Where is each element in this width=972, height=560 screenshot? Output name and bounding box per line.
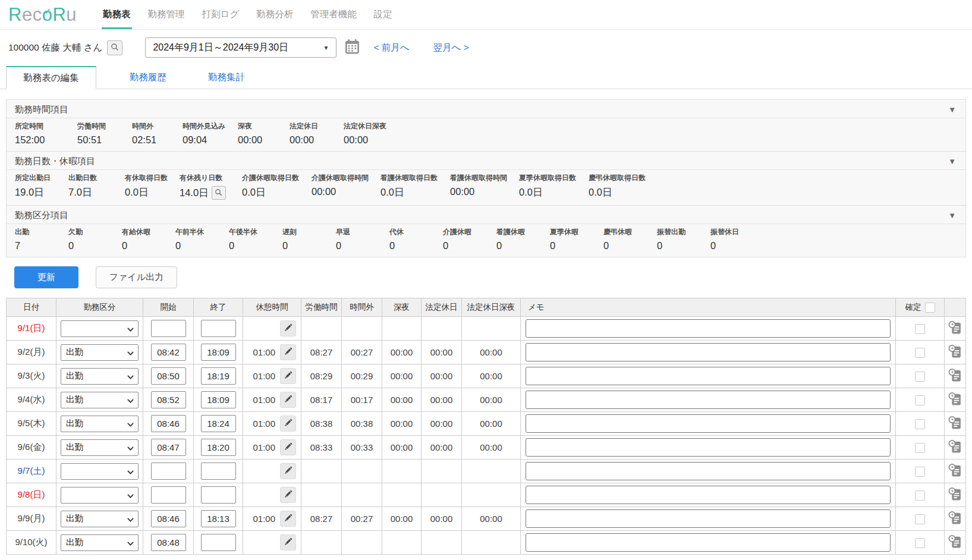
break-edit-button[interactable] bbox=[280, 487, 296, 503]
end-time-input[interactable] bbox=[201, 463, 236, 480]
nav-item-打刻ログ[interactable]: 打刻ログ bbox=[202, 0, 240, 29]
memo-input[interactable] bbox=[526, 533, 891, 552]
nav-item-勤務分析[interactable]: 勤務分析 bbox=[256, 0, 293, 29]
start-time-input[interactable] bbox=[151, 439, 186, 456]
tab-勤務表の編集[interactable]: 勤務表の編集 bbox=[6, 66, 96, 89]
update-button[interactable]: 更新 bbox=[14, 266, 78, 288]
file-export-button[interactable]: ファイル出力 bbox=[96, 266, 177, 288]
remaining-leave-search-button[interactable] bbox=[212, 186, 226, 200]
time-record-button[interactable] bbox=[948, 416, 962, 432]
memo-input[interactable] bbox=[526, 414, 891, 433]
start-time-input[interactable] bbox=[151, 510, 186, 527]
collapse-button[interactable]: ▼ bbox=[948, 105, 956, 114]
memo-input[interactable] bbox=[526, 391, 891, 409]
break-edit-button[interactable] bbox=[280, 463, 296, 479]
confirm-checkbox[interactable] bbox=[915, 490, 925, 501]
start-time-input[interactable] bbox=[151, 415, 186, 432]
memo-input[interactable] bbox=[526, 343, 891, 361]
work-category-select[interactable]: 出勤 bbox=[61, 534, 139, 551]
summary-item: 時間外02:51 bbox=[132, 121, 183, 146]
break-edit-button[interactable] bbox=[280, 392, 296, 408]
end-time-input[interactable] bbox=[201, 534, 236, 551]
nav-item-管理者機能[interactable]: 管理者機能 bbox=[310, 0, 357, 29]
end-time-input[interactable] bbox=[201, 367, 236, 385]
nav-item-勤務管理[interactable]: 勤務管理 bbox=[148, 0, 185, 29]
memo-input[interactable] bbox=[526, 486, 891, 504]
memo-input[interactable] bbox=[526, 462, 891, 480]
work-category-select[interactable] bbox=[61, 320, 139, 337]
time-record-button[interactable] bbox=[948, 487, 962, 504]
confirm-checkbox[interactable] bbox=[915, 538, 925, 548]
end-time-input[interactable] bbox=[201, 439, 236, 456]
confirm-checkbox[interactable] bbox=[915, 372, 925, 382]
start-time-input[interactable] bbox=[151, 367, 186, 385]
start-time-input[interactable] bbox=[151, 463, 186, 480]
confirm-checkbox[interactable] bbox=[915, 348, 925, 358]
confirm-checkbox[interactable] bbox=[915, 467, 925, 477]
summary-section-header: 勤務区分項目▼ bbox=[7, 206, 965, 224]
timesheet-row: 9/10(火)出勤 bbox=[7, 531, 966, 555]
work-category-select[interactable] bbox=[61, 463, 139, 480]
break-edit-button[interactable] bbox=[280, 511, 296, 527]
start-time-input[interactable] bbox=[151, 320, 186, 337]
work-category-select[interactable]: 出勤 bbox=[61, 344, 139, 361]
work-category-select[interactable] bbox=[61, 487, 139, 504]
nav-item-勤務表[interactable]: 勤務表 bbox=[103, 0, 131, 29]
prev-month-link[interactable]: < 前月へ bbox=[373, 42, 409, 54]
work-category-select[interactable]: 出勤 bbox=[61, 368, 139, 385]
time-record-button[interactable] bbox=[948, 320, 962, 337]
confirm-checkbox[interactable] bbox=[915, 395, 925, 405]
time-record-button[interactable] bbox=[948, 392, 962, 408]
collapse-button[interactable]: ▼ bbox=[948, 211, 956, 220]
confirm-checkbox[interactable] bbox=[915, 514, 925, 524]
summary-section-title: 勤務時間項目 bbox=[15, 104, 948, 115]
work-category-select[interactable]: 出勤 bbox=[61, 392, 139, 408]
break-edit-button[interactable] bbox=[280, 534, 296, 550]
confirm-checkbox[interactable] bbox=[915, 419, 925, 429]
start-time-input[interactable] bbox=[151, 391, 186, 408]
time-record-button[interactable] bbox=[948, 368, 962, 385]
end-time-input[interactable] bbox=[201, 486, 236, 504]
memo-input[interactable] bbox=[526, 319, 891, 338]
confirm-checkbox[interactable] bbox=[915, 443, 925, 453]
calendar-button[interactable] bbox=[344, 39, 360, 56]
memo-input[interactable] bbox=[526, 367, 891, 385]
summary-item-label: 所定出勤日 bbox=[15, 173, 65, 183]
end-time-input[interactable] bbox=[201, 344, 236, 361]
start-time-input[interactable] bbox=[151, 486, 186, 504]
time-record-button[interactable] bbox=[948, 511, 962, 527]
tab-勤務集計[interactable]: 勤務集計 bbox=[200, 66, 253, 89]
summary-item-value: 09:04 bbox=[183, 134, 207, 146]
pencil-icon bbox=[284, 514, 292, 524]
user-search-button[interactable] bbox=[107, 40, 122, 55]
next-month-link[interactable]: 翌月へ > bbox=[433, 42, 469, 54]
start-time-input[interactable] bbox=[151, 534, 186, 551]
memo-input[interactable] bbox=[526, 509, 891, 528]
work-category-select[interactable]: 出勤 bbox=[61, 439, 139, 456]
work-category-select[interactable]: 出勤 bbox=[61, 511, 139, 527]
period-select[interactable]: 2024年9月1日～2024年9月30日 ▼ bbox=[145, 37, 336, 58]
timesheet-row: 9/4(水)出勤01:0008:1700:1700:0000:0000:00 bbox=[7, 388, 966, 412]
time-record-button[interactable] bbox=[948, 463, 962, 480]
time-record-button[interactable] bbox=[948, 534, 962, 551]
collapse-button[interactable]: ▼ bbox=[948, 157, 956, 166]
break-edit-button[interactable] bbox=[280, 439, 296, 455]
confirm-checkbox[interactable] bbox=[915, 324, 925, 334]
start-time-input[interactable] bbox=[151, 344, 186, 361]
end-time-input[interactable] bbox=[201, 415, 236, 432]
break-edit-button[interactable] bbox=[280, 368, 296, 384]
tab-勤務履歴[interactable]: 勤務履歴 bbox=[121, 66, 175, 89]
end-time-input[interactable] bbox=[201, 391, 236, 408]
time-record-button[interactable] bbox=[948, 344, 962, 361]
time-record-button[interactable] bbox=[948, 439, 962, 456]
nav-item-設定[interactable]: 設定 bbox=[374, 0, 392, 29]
confirm-all-checkbox[interactable] bbox=[925, 303, 935, 313]
break-edit-button[interactable] bbox=[280, 344, 296, 360]
memo-input[interactable] bbox=[526, 438, 891, 457]
work-category-select[interactable]: 出勤 bbox=[61, 416, 139, 432]
end-time-input[interactable] bbox=[201, 320, 236, 337]
break-edit-button[interactable] bbox=[280, 320, 296, 336]
break-edit-button[interactable] bbox=[280, 416, 296, 432]
work-category-cell bbox=[56, 460, 143, 483]
end-time-input[interactable] bbox=[201, 510, 236, 527]
